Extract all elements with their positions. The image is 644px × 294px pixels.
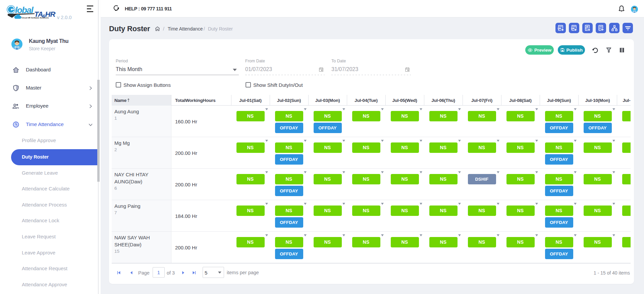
svg-text:XLS: XLS — [558, 27, 561, 29]
svg-text:Cloud HR Software Solutions: Cloud HR Software Solutions — [22, 16, 49, 19]
svg-text:XLS: XLS — [572, 27, 575, 29]
